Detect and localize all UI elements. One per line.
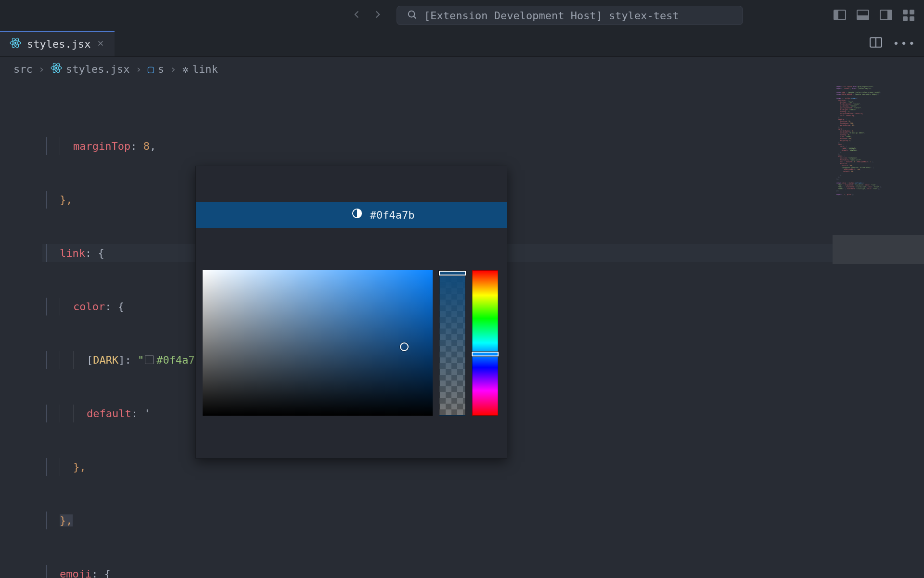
code-area[interactable]: marginTop: 8, }, link: { color: { [DARK]… [42, 81, 833, 578]
search-icon [407, 9, 417, 22]
editor[interactable]: marginTop: 8, }, link: { color: { [DARK]… [0, 81, 924, 578]
toggle-primary-sidebar-icon[interactable] [834, 10, 846, 20]
more-actions-icon[interactable]: ••• [893, 38, 916, 50]
toggle-panel-icon[interactable] [857, 10, 869, 20]
svg-point-0 [409, 11, 415, 17]
hue-handle[interactable] [472, 352, 499, 356]
nav-back-icon[interactable] [350, 8, 363, 23]
color-picker-hex: #0f4a7b [370, 206, 415, 224]
nav-forward-icon[interactable] [372, 8, 384, 23]
editor-actions: ••• [870, 31, 916, 56]
symbol-variable-icon: ▢ [148, 63, 154, 75]
alpha-handle[interactable] [439, 271, 466, 276]
crumb-symbol-s[interactable]: ▢ s [148, 63, 165, 75]
chevron-right-icon: › [170, 63, 176, 75]
crumb-symbol-link[interactable]: ✲ link [182, 63, 218, 75]
tab-styles-jsx[interactable]: styles.jsx [0, 31, 115, 56]
saturation-value-area[interactable] [203, 270, 433, 416]
sv-cursor[interactable] [400, 342, 409, 351]
close-icon[interactable] [96, 38, 105, 50]
alpha-slider[interactable] [439, 270, 465, 416]
minimap-content: import * as stylex from "@stylexjs/style… [836, 86, 920, 196]
history-nav [350, 8, 384, 23]
command-center[interactable]: [Extension Development Host] stylex-test [397, 6, 743, 25]
minimap-viewport[interactable] [833, 235, 924, 264]
hue-slider[interactable] [472, 270, 498, 416]
color-picker[interactable]: #0f4a7b [195, 166, 507, 459]
symbol-property-icon: ✲ [182, 63, 188, 75]
react-file-icon [51, 62, 62, 76]
minimap[interactable]: import * as stylex from "@stylexjs/style… [833, 81, 924, 578]
breadcrumb[interactable]: src › styles.jsx › ▢ s › ✲ link [0, 57, 924, 81]
svg-point-6 [55, 66, 57, 68]
tab-label: styles.jsx [27, 38, 90, 50]
customize-layout-icon[interactable] [903, 10, 914, 21]
chevron-right-icon: › [135, 63, 141, 75]
split-editor-icon[interactable] [870, 37, 882, 50]
layout-controls [834, 10, 914, 21]
svg-point-1 [14, 42, 16, 44]
chevron-right-icon: › [38, 63, 45, 75]
react-file-icon [10, 37, 21, 51]
color-swatch-dark[interactable] [145, 355, 154, 364]
toggle-secondary-sidebar-icon[interactable] [880, 10, 892, 20]
crumb-src[interactable]: src [13, 63, 33, 75]
title-bar: [Extension Development Host] stylex-test [0, 0, 924, 31]
command-center-label: [Extension Development Host] stylex-test [424, 10, 679, 22]
color-picker-header[interactable]: #0f4a7b [196, 202, 507, 228]
color-picker-body [196, 263, 507, 422]
contrast-icon [288, 188, 362, 242]
token-property: marginTop [73, 140, 130, 152]
crumb-file[interactable]: styles.jsx [51, 62, 129, 76]
line-number-gutter [0, 81, 42, 578]
editor-tabs: styles.jsx ••• [0, 31, 924, 57]
